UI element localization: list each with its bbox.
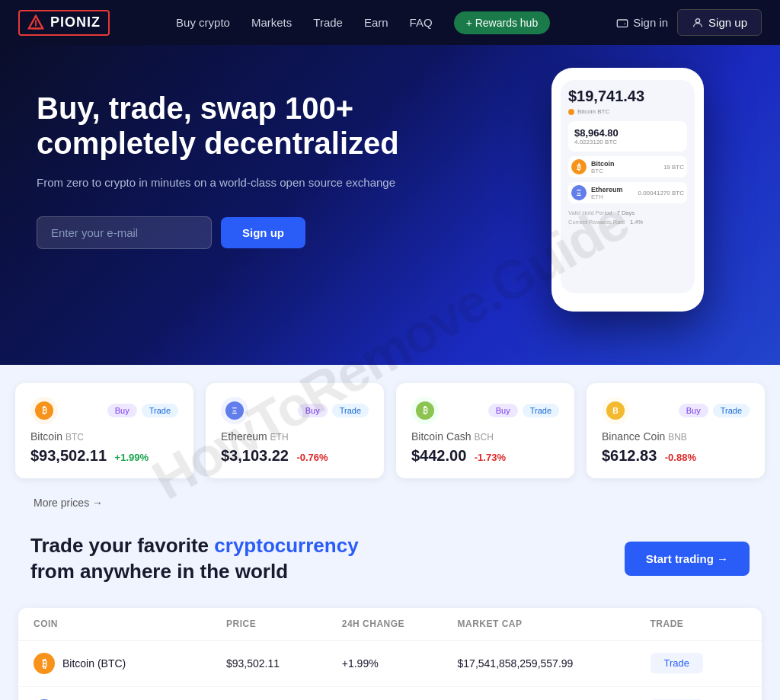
card-header-bch: ₿ Buy Trade (411, 397, 559, 424)
btc-table-icon: ₿ (34, 653, 55, 674)
btc-coin-name: Bitcoin BTC (30, 430, 178, 443)
bch-change: -1.73% (475, 452, 506, 463)
bnb-trade-button[interactable]: Trade (713, 404, 750, 417)
bch-trade-button[interactable]: Trade (523, 404, 559, 417)
btc-table-name: Bitcoin (BTC) (62, 657, 126, 670)
phone-mockup: $19,741.43 Bitcoin BTC $8,964.80 4.02231… (551, 68, 704, 312)
phone-reward-value: $8,964.80 (574, 127, 681, 139)
phone-btc-value: 19 BTC (663, 164, 684, 171)
btc-price-row: $93,502.11 +1.99% (30, 447, 178, 465)
nav-faq[interactable]: FAQ (410, 16, 433, 29)
svg-text:₿: ₿ (42, 657, 47, 669)
btc-table-cap: $17,541,858,259,557.99 (458, 657, 651, 670)
btc-trade-table-button[interactable]: Trade (651, 653, 703, 673)
bnb-buy-button[interactable]: Buy (679, 404, 708, 417)
th-coin: COIN (34, 618, 226, 629)
nav-actions: Sign in Sign up (616, 9, 762, 36)
bch-coin-icon: ₿ (411, 397, 439, 424)
start-trading-button[interactable]: Start trading → (625, 542, 750, 576)
price-cards: ₿ Buy Trade Bitcoin BTC $93,502.11 +1.99… (15, 365, 765, 491)
table-row-btc: ₿ Bitcoin (BTC) $93,502.11 +1.99% $17,54… (18, 641, 762, 687)
bnb-coin-icon: B (602, 397, 629, 424)
phone-eth-value: 0.00041270 BTC (638, 190, 685, 197)
bch-coin-name: Bitcoin Cash BCH (411, 430, 559, 443)
table-header: COIN PRICE 24H CHANGE MARKET CAP TRADE (18, 608, 762, 641)
phone-rewards-rate: Current Rewards Rate 1.4% (568, 219, 687, 225)
btc-coin-icon: ₿ (30, 397, 58, 424)
svg-text:B: B (612, 406, 619, 415)
trade-text: Trade your favorite cryptocurrency from … (30, 533, 381, 585)
rewards-hub-button[interactable]: + Rewards hub (454, 11, 551, 34)
th-marketcap: MARKET CAP (458, 618, 651, 629)
eth-price-row: $3,103.22 -0.76% (221, 447, 369, 465)
price-card-bch: ₿ Buy Trade Bitcoin Cash BCH $442.00 -1.… (396, 383, 574, 478)
btc-icon: ₿ (571, 159, 587, 174)
price-cards-section: ₿ Buy Trade Bitcoin BTC $93,502.11 +1.99… (0, 365, 780, 521)
navbar: PIONIZ Buy crypto Markets Trade Earn FAQ… (0, 0, 780, 45)
eth-change: -0.76% (296, 452, 328, 463)
brand-name: PIONIZ (50, 14, 101, 30)
user-icon (692, 17, 704, 29)
hero-signup-button[interactable]: Sign up (221, 217, 305, 248)
svg-text:₿: ₿ (423, 405, 428, 416)
btc-table-trade: Trade (651, 653, 747, 673)
eth-trade-button[interactable]: Trade (332, 404, 369, 417)
price-card-bnb: B Buy Trade Binance Coin BNB $612.83 -0.… (587, 383, 765, 478)
phone-balance: $19,741.43 (568, 88, 687, 105)
card-actions-bnb: Buy Trade (679, 404, 750, 417)
bnb-coin-name: Binance Coin BNB (602, 430, 750, 443)
crypto-table: COIN PRICE 24H CHANGE MARKET CAP TRADE ₿… (18, 608, 762, 700)
nav-trade[interactable]: Trade (313, 16, 343, 29)
svg-text:Ξ: Ξ (232, 406, 238, 415)
nav-earn[interactable]: Earn (364, 16, 388, 29)
email-input[interactable] (37, 216, 212, 249)
th-change: 24H CHANGE (342, 618, 458, 629)
eth-buy-button[interactable]: Buy (298, 404, 328, 417)
btc-table-change: +1.99% (342, 657, 458, 670)
btc-trade-button[interactable]: Trade (142, 404, 178, 417)
phone-coin-row-eth: Ξ Ethereum ETH 0.00041270 BTC (568, 182, 687, 203)
more-prices-link[interactable]: More prices → (15, 491, 765, 521)
price-card-btc: ₿ Buy Trade Bitcoin BTC $93,502.11 +1.99… (15, 383, 193, 478)
card-header-btc: ₿ Buy Trade (30, 397, 178, 424)
hero-section: Buy, trade, swap 100+ completely decentr… (0, 45, 780, 365)
btc-price: $93,502.11 (30, 447, 107, 465)
logo[interactable]: PIONIZ (18, 10, 110, 36)
bnb-price-row: $612.83 -0.88% (602, 447, 750, 465)
table-row-eth: Ξ Ethereum (ETH) $3,103.22 -0.76% $483,1… (18, 687, 762, 700)
nav-buy-crypto[interactable]: Buy crypto (176, 16, 230, 29)
eth-coin-name: Ethereum ETH (221, 430, 369, 443)
nav-markets[interactable]: Markets (251, 16, 292, 29)
signin-button[interactable]: Sign in (616, 16, 668, 29)
hero-title: Buy, trade, swap 100+ completely decentr… (37, 91, 402, 161)
bch-buy-button[interactable]: Buy (488, 404, 518, 417)
btc-cell: ₿ Bitcoin (BTC) (34, 653, 226, 674)
bch-price-row: $442.00 -1.73% (411, 447, 559, 465)
th-price: PRICE (226, 618, 342, 629)
signup-button[interactable]: Sign up (677, 9, 762, 36)
th-trade: TRADE (651, 618, 747, 629)
eth-coin-icon: Ξ (221, 397, 248, 424)
phone-coin-row-btc: ₿ Bitcoin BTC 19 BTC (568, 156, 687, 177)
phone-eth-name: Ethereum (591, 186, 623, 193)
btc-buy-button[interactable]: Buy (107, 404, 137, 417)
hero-content: Buy, trade, swap 100+ completely decentr… (37, 91, 402, 249)
svg-text:₿: ₿ (42, 405, 47, 416)
card-actions-eth: Buy Trade (298, 404, 369, 417)
card-actions-bch: Buy Trade (488, 404, 559, 417)
table-section: COIN PRICE 24H CHANGE MARKET CAP TRADE ₿… (0, 608, 780, 700)
trade-title: Trade your favorite cryptocurrency from … (30, 533, 381, 585)
price-card-eth: Ξ Buy Trade Ethereum ETH $3,103.22 -0.76… (206, 383, 384, 478)
card-actions-btc: Buy Trade (107, 404, 178, 417)
btc-change: +1.99% (115, 452, 149, 463)
hero-subtitle: From zero to crypto in minutes on a worl… (37, 174, 402, 192)
nav-links: Buy crypto Markets Trade Earn FAQ + Rewa… (176, 11, 550, 34)
bch-price: $442.00 (411, 447, 466, 465)
card-header-bnb: B Buy Trade (602, 397, 750, 424)
card-header-eth: Ξ Buy Trade (221, 397, 369, 424)
hero-form: Sign up (37, 216, 402, 249)
phone-valid-period: Valid Hold Period 7 Days (568, 209, 687, 216)
wallet-icon (616, 17, 628, 29)
phone-btc-label: Bitcoin BTC (577, 108, 609, 115)
svg-point-4 (695, 18, 699, 22)
